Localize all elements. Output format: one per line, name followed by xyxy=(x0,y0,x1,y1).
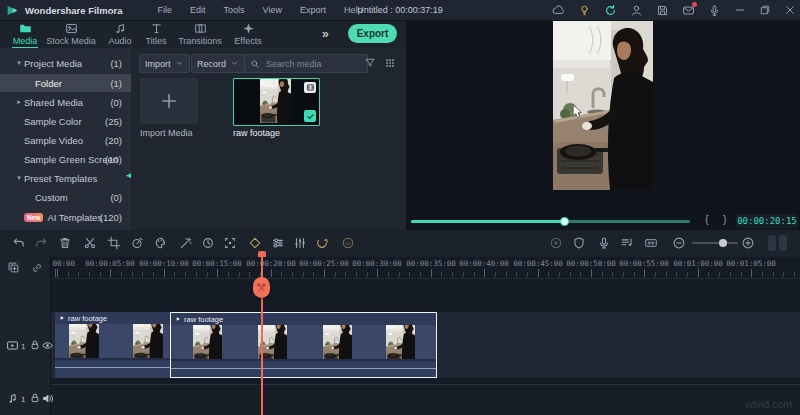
music-icon xyxy=(114,22,127,35)
save-icon[interactable] xyxy=(656,4,669,17)
play-icon xyxy=(175,316,181,322)
clip-audio-strip xyxy=(171,359,436,378)
preview-panel: { } 00:00:20:15 Full xyxy=(406,20,800,230)
lock-icon[interactable] xyxy=(29,339,41,351)
clip-name-label: raw footage xyxy=(233,128,280,138)
menu-view[interactable]: View xyxy=(263,5,282,15)
speed-icon[interactable] xyxy=(130,236,144,250)
scissors-icon xyxy=(256,282,267,293)
sidebar-item-shared-media[interactable]: ▸ Shared Media (0) xyxy=(0,93,131,111)
lock-icon[interactable] xyxy=(29,392,41,404)
search-input[interactable] xyxy=(264,58,348,70)
notifications[interactable] xyxy=(682,4,695,17)
timeline-clip-1[interactable]: raw footage xyxy=(55,312,170,378)
ruler-label: 00:00:30:00 xyxy=(352,259,402,268)
import-dropdown[interactable]: Import xyxy=(139,54,190,73)
marker-shield-icon[interactable] xyxy=(572,236,586,250)
clip-audio-strip xyxy=(55,358,170,378)
sidebar-item-sample-color[interactable]: Sample Color (25) xyxy=(0,112,131,130)
sidebar-item-preset-templates[interactable]: ▾ Preset Templates xyxy=(0,169,131,187)
audio-list-icon[interactable] xyxy=(620,236,634,250)
check-icon xyxy=(306,112,315,121)
filter-icon[interactable] xyxy=(364,57,376,69)
export-button[interactable]: Export xyxy=(348,24,397,43)
tab-effects[interactable]: Effects xyxy=(219,22,277,46)
audio-mixer-icon[interactable] xyxy=(293,236,307,250)
duration-clock-icon[interactable] xyxy=(201,236,215,250)
zoom-in-icon[interactable] xyxy=(741,236,755,250)
preview-play-circle-icon[interactable] xyxy=(549,236,563,250)
menu-file[interactable]: File xyxy=(158,5,173,15)
voiceover-mic-icon[interactable] xyxy=(597,236,611,250)
keyframe-diamond-icon[interactable] xyxy=(248,236,262,250)
close-icon[interactable] xyxy=(784,4,796,16)
search-icon xyxy=(250,59,260,69)
video-track-icon xyxy=(6,339,19,352)
timeline-zoom-slider[interactable] xyxy=(692,242,738,244)
sidebar-item-sample-video[interactable]: Sample Video (20) xyxy=(0,131,131,149)
clip-thumb xyxy=(133,324,163,358)
undo-icon[interactable] xyxy=(12,236,26,250)
import-media-tile[interactable] xyxy=(140,78,198,124)
split-scissors-icon[interactable] xyxy=(83,236,97,250)
sidebar-item-ai-templates[interactable]: New AI Templates (120) xyxy=(0,208,131,226)
chevron-down-icon xyxy=(230,59,239,68)
clip-thumb xyxy=(386,325,415,359)
maximize-icon[interactable] xyxy=(759,4,771,16)
ruler-label: 00:00:25:00 xyxy=(299,259,349,268)
chroma-key-icon[interactable] xyxy=(179,236,193,250)
menu-export[interactable]: Export xyxy=(300,5,326,15)
in-use-check-icon xyxy=(304,110,316,122)
asset-tab-bar: Media Stock Media Audio Titles Transitio… xyxy=(0,20,406,49)
title-bar: Wondershare Filmora File Edit Tools View… xyxy=(0,0,800,21)
preview-quality-icon[interactable] xyxy=(341,236,355,250)
record-dropdown[interactable]: Record xyxy=(191,54,245,73)
motion-track-icon[interactable] xyxy=(223,236,237,250)
main-area: Media Stock Media Audio Titles Transitio… xyxy=(0,20,800,230)
link-clips-icon[interactable] xyxy=(31,262,43,274)
menu-edit[interactable]: Edit xyxy=(190,5,206,15)
bulb-icon[interactable] xyxy=(578,4,591,17)
asset-panel: Media Stock Media Audio Titles Transitio… xyxy=(0,20,407,230)
sidebar-item-sample-green-screen[interactable]: Sample Green Screen (10) xyxy=(0,150,131,168)
eye-icon[interactable] xyxy=(41,339,54,352)
crop-icon[interactable] xyxy=(107,236,121,250)
refresh-icon[interactable] xyxy=(604,4,617,17)
timeline-clip-2-selected[interactable]: raw footage xyxy=(170,312,437,378)
ruler-label: 00:01:05:00 xyxy=(726,259,776,268)
ruler-label: 00:00:15:00 xyxy=(192,259,242,268)
adjust-sliders-icon[interactable] xyxy=(271,236,285,250)
grid-view-icon[interactable] xyxy=(384,57,396,69)
render-preview-icon[interactable] xyxy=(315,236,329,250)
media-clip-thumbnail[interactable] xyxy=(233,78,320,126)
redo-icon[interactable] xyxy=(34,236,48,250)
timeline-ruler[interactable]: 00:00:00 00:00:05:00 00:00:10:00 00:00:1… xyxy=(0,257,800,279)
auto-ripple-icon[interactable] xyxy=(644,236,658,250)
clip-header: raw footage xyxy=(55,312,170,324)
menu-tools[interactable]: Tools xyxy=(224,5,245,15)
sidebar-item-custom[interactable]: Custom (0) xyxy=(0,188,131,206)
audio-track-lane[interactable] xyxy=(50,385,800,415)
mic-icon[interactable] xyxy=(708,4,721,17)
zoom-slider-handle[interactable] xyxy=(719,239,727,247)
mute-speaker-icon[interactable] xyxy=(41,392,54,405)
delete-icon[interactable] xyxy=(58,236,72,250)
layout-toggle-left-icon[interactable] xyxy=(768,235,776,251)
color-correction-icon[interactable] xyxy=(154,236,168,250)
sidebar-item-folder[interactable]: Folder (1) xyxy=(0,74,131,92)
preview-video[interactable] xyxy=(553,20,653,190)
more-tabs-chevron-icon[interactable]: » xyxy=(322,27,327,41)
minimize-icon[interactable] xyxy=(734,4,746,16)
search-media-field[interactable] xyxy=(244,54,368,73)
sidebar-item-project-media[interactable]: ▾ Project Media (1) xyxy=(0,54,131,72)
film-icon xyxy=(306,83,315,92)
video-track-number: 1 xyxy=(21,342,25,351)
layout-toggle-right-icon[interactable] xyxy=(779,235,787,251)
transition-icon xyxy=(194,22,207,35)
zoom-out-icon[interactable] xyxy=(672,236,686,250)
user-icon[interactable] xyxy=(630,4,643,17)
playhead-split-handle[interactable] xyxy=(253,277,270,298)
clip-preview-image xyxy=(260,79,291,123)
manage-tracks-icon[interactable] xyxy=(7,261,20,274)
cloud-icon[interactable] xyxy=(552,4,565,17)
